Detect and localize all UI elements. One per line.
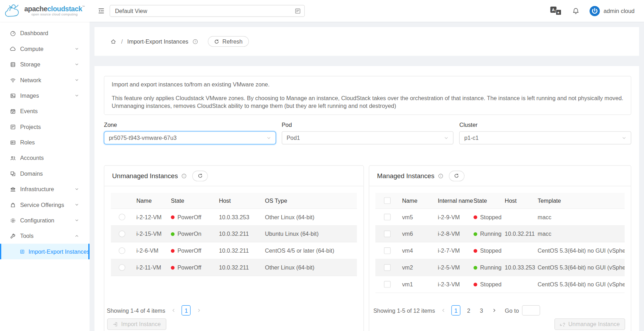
cell-template: macc — [538, 231, 625, 237]
unmanaged-instances-panel: Unmanaged Instances i Name — [104, 166, 364, 331]
import-icon — [113, 322, 118, 327]
sidebar-item-projects[interactable]: Projects — [0, 119, 90, 135]
prev-page-icon[interactable] — [169, 305, 178, 316]
pod-select[interactable]: Pod1 — [282, 131, 454, 144]
help-question-icon[interactable]: ? — [192, 38, 198, 45]
cluster-select-value: p1-c1 — [464, 135, 622, 141]
sidebar-item-label: Network — [20, 77, 75, 83]
sidebar-item-network[interactable]: Network — [0, 72, 90, 88]
sidebar-item-label: Configuration — [20, 217, 75, 224]
status-dot — [473, 232, 477, 236]
unmanage-instance-label: Unmanage Instance — [568, 321, 620, 327]
cell-name: i-2-11-VM — [133, 264, 171, 271]
managed-refresh-button[interactable] — [449, 170, 464, 181]
sidebar-item-events[interactable]: Events — [0, 103, 90, 119]
sidebar-item-images[interactable]: Images — [0, 88, 90, 103]
table-row: i-2-12-VM PowerOff 10.0.33.253 Other Lin… — [111, 209, 357, 226]
row-checkbox[interactable] — [384, 214, 390, 220]
col-state: State — [171, 197, 219, 204]
next-page-icon[interactable] — [195, 305, 204, 316]
pod-label: Pod — [282, 122, 454, 128]
sidebar-item-label: Compute — [20, 46, 75, 52]
sidebar-item-import-export-instances[interactable]: Import-Export Instances — [0, 244, 90, 259]
sidebar-item-infrastructure[interactable]: Infrastructure — [0, 181, 90, 197]
sidebar-item-accounts[interactable]: Accounts — [0, 150, 90, 166]
reload-icon — [197, 173, 203, 179]
managed-table-header: Name Internal name State Host Template — [375, 193, 625, 209]
row-radio[interactable] — [119, 214, 125, 220]
view-selector-value: Default View — [115, 8, 294, 14]
user-menu[interactable]: admin cloud — [604, 8, 635, 14]
chevron-down-icon — [266, 136, 271, 140]
chevron-down-icon — [622, 136, 626, 140]
unmanage-instance-button[interactable]: Unmanage Instance — [554, 318, 625, 330]
sidebar-collapse-icon[interactable] — [98, 7, 105, 14]
unmanaged-table-header: Name State Host OS Type — [111, 193, 357, 209]
chevron-up-icon — [75, 234, 83, 238]
brand-text: apachecloudstack™ open source cloud comp… — [24, 5, 85, 17]
svg-text:i: i — [184, 174, 184, 177]
translate-icon[interactable]: A ★ — [550, 7, 561, 15]
sidebar-item-label: Roles — [20, 139, 83, 146]
sidebar-item-service-offerings[interactable]: Service Offerings — [0, 197, 90, 212]
unmanaged-panel-header: Unmanaged Instances i — [104, 166, 364, 186]
notifications-bell-icon[interactable] — [572, 7, 579, 14]
chevron-down-icon — [444, 136, 449, 140]
brand-cloudstack: cloudstack — [47, 5, 82, 13]
cell-host: 10.0.32.211 — [505, 231, 537, 237]
sidebar-item-configuration[interactable]: Configuration — [0, 213, 90, 228]
home-icon[interactable] — [110, 38, 117, 45]
page-number[interactable]: 2 — [464, 305, 473, 316]
project-icon — [294, 8, 301, 14]
filter-row: Zone pr5075-t943-vmware-67u3 Pod Pod1 — [104, 122, 631, 144]
cell-name: i-2-6-VM — [133, 247, 171, 254]
row-radio[interactable] — [119, 264, 125, 271]
row-checkbox[interactable] — [384, 247, 390, 254]
page-number-active[interactable]: 1 — [182, 305, 191, 316]
breadcrumb-bar: / Import-Export Instances ? Refresh — [95, 27, 639, 56]
sidebar-item-dashboard[interactable]: Dashboard — [0, 25, 90, 41]
info-icon[interactable]: i — [181, 173, 187, 179]
cell-host: 10.0.33.253 — [219, 214, 265, 220]
page-number[interactable]: 3 — [477, 305, 486, 316]
row-radio[interactable] — [119, 247, 125, 254]
reload-icon — [454, 173, 459, 179]
cell-template: CentOS 5.3(64-bit) no GUI (vSphere) — [538, 264, 625, 271]
user-avatar[interactable] — [589, 6, 600, 16]
next-page-icon[interactable] — [490, 305, 499, 316]
sidebar-item-roles[interactable]: Roles — [0, 135, 90, 150]
col-host: Host — [505, 197, 537, 204]
prev-page-icon[interactable] — [439, 305, 448, 316]
sidebar-item-domains[interactable]: Domains — [0, 166, 90, 181]
info-icon[interactable]: i — [438, 173, 443, 179]
cluster-select[interactable]: p1-c1 — [459, 131, 631, 144]
import-instance-button[interactable]: Import Instance — [107, 318, 166, 330]
cell-internal-name: i-2-7-VM — [438, 247, 474, 254]
select-all-checkbox[interactable] — [384, 197, 390, 204]
goto-page-input[interactable] — [522, 305, 540, 316]
description-line-2: This feature only applies Cloudstack VMw… — [112, 95, 624, 110]
breadcrumb-page-title: Import-Export Instances — [127, 38, 189, 45]
refresh-button[interactable]: Refresh — [208, 36, 249, 47]
svg-text:?: ? — [194, 40, 196, 43]
view-selector[interactable]: Default View — [110, 5, 305, 17]
row-checkbox[interactable] — [384, 264, 390, 271]
sidebar-item-label: Storage — [20, 61, 75, 68]
col-state: State — [473, 197, 505, 204]
unmanaged-refresh-button[interactable] — [192, 170, 208, 181]
cloudstack-logo: apachecloudstack™ open source cloud comp… — [0, 0, 90, 22]
sidebar-item-storage[interactable]: Storage — [0, 57, 90, 72]
col-os-type: OS Type — [265, 197, 357, 204]
page-number-active[interactable]: 1 — [452, 305, 461, 316]
table-row: vm6 i-2-8-VM Running 10.0.32.211 macc — [375, 226, 625, 242]
table-row: vm2 i-2-5-VM Running 10.0.33.253 CentOS … — [375, 259, 625, 276]
brand-trademark: ™ — [82, 5, 85, 8]
sidebar-item-tools[interactable]: Tools — [0, 228, 90, 244]
status-dot — [473, 283, 477, 286]
row-radio[interactable] — [119, 231, 125, 237]
zone-select[interactable]: pr5075-t943-vmware-67u3 — [104, 131, 276, 144]
sidebar-item-compute[interactable]: Compute — [0, 41, 90, 57]
cluster-label: Cluster — [459, 122, 631, 128]
row-checkbox[interactable] — [384, 231, 390, 237]
row-checkbox[interactable] — [384, 281, 390, 288]
